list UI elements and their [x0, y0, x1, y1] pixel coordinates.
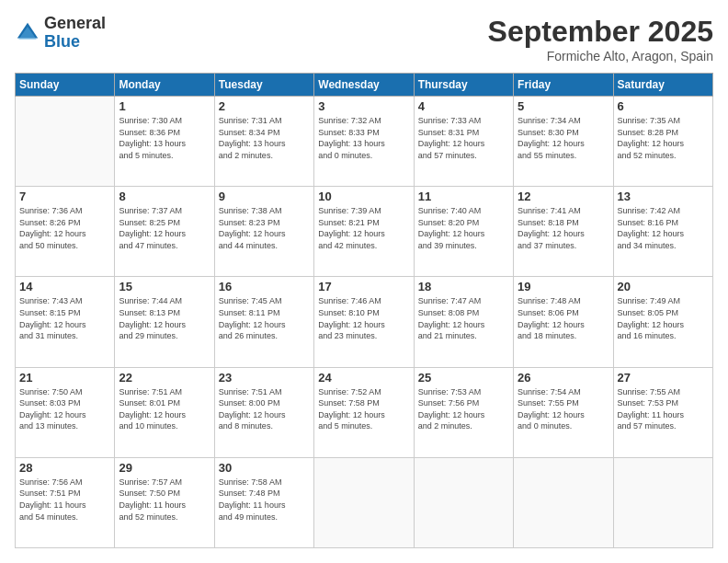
day-info: Sunrise: 7:35 AM Sunset: 8:28 PM Dayligh…: [618, 115, 709, 161]
day-cell: 18Sunrise: 7:47 AM Sunset: 8:08 PM Dayli…: [414, 277, 513, 367]
day-cell: [514, 457, 613, 547]
day-info: Sunrise: 7:54 AM Sunset: 7:55 PM Dayligh…: [518, 386, 609, 432]
day-cell: 1Sunrise: 7:30 AM Sunset: 8:36 PM Daylig…: [115, 97, 214, 187]
day-cell: 26Sunrise: 7:54 AM Sunset: 7:55 PM Dayli…: [514, 367, 613, 457]
day-cell: 29Sunrise: 7:57 AM Sunset: 7:50 PM Dayli…: [115, 457, 214, 547]
day-info: Sunrise: 7:30 AM Sunset: 8:36 PM Dayligh…: [119, 115, 210, 161]
day-info: Sunrise: 7:48 AM Sunset: 8:06 PM Dayligh…: [518, 295, 609, 341]
day-number: 13: [618, 190, 709, 203]
day-number: 9: [219, 190, 310, 203]
day-number: 2: [219, 99, 310, 113]
day-cell: 23Sunrise: 7:51 AM Sunset: 8:00 PM Dayli…: [214, 367, 313, 457]
day-cell: 25Sunrise: 7:53 AM Sunset: 7:56 PM Dayli…: [414, 367, 513, 457]
day-number: 19: [518, 280, 609, 293]
day-header-thursday: Thursday: [414, 74, 513, 97]
day-header-monday: Monday: [115, 74, 214, 97]
logo-icon: [15, 20, 40, 46]
day-cell: 30Sunrise: 7:58 AM Sunset: 7:48 PM Dayli…: [214, 457, 313, 547]
week-row-2: 14Sunrise: 7:43 AM Sunset: 8:15 PM Dayli…: [16, 277, 713, 367]
day-info: Sunrise: 7:44 AM Sunset: 8:13 PM Dayligh…: [119, 295, 210, 341]
day-info: Sunrise: 7:40 AM Sunset: 8:20 PM Dayligh…: [418, 205, 509, 251]
day-info: Sunrise: 7:46 AM Sunset: 8:10 PM Dayligh…: [318, 295, 409, 341]
day-cell: 24Sunrise: 7:52 AM Sunset: 7:58 PM Dayli…: [314, 367, 414, 457]
calendar-body: 1Sunrise: 7:30 AM Sunset: 8:36 PM Daylig…: [16, 97, 713, 548]
day-cell: [16, 97, 115, 187]
day-cell: 11Sunrise: 7:40 AM Sunset: 8:20 PM Dayli…: [414, 187, 513, 277]
day-number: 23: [219, 371, 310, 385]
day-cell: 5Sunrise: 7:34 AM Sunset: 8:30 PM Daylig…: [514, 97, 613, 187]
day-number: 18: [418, 280, 509, 293]
day-info: Sunrise: 7:55 AM Sunset: 7:53 PM Dayligh…: [618, 386, 709, 432]
week-row-3: 21Sunrise: 7:50 AM Sunset: 8:03 PM Dayli…: [16, 367, 713, 457]
page: General Blue September 2025 Formiche Alt…: [0, 0, 728, 563]
week-row-4: 28Sunrise: 7:56 AM Sunset: 7:51 PM Dayli…: [16, 457, 713, 547]
day-number: 7: [19, 190, 110, 203]
day-info: Sunrise: 7:47 AM Sunset: 8:08 PM Dayligh…: [418, 295, 509, 341]
day-cell: 16Sunrise: 7:45 AM Sunset: 8:11 PM Dayli…: [214, 277, 313, 367]
day-info: Sunrise: 7:50 AM Sunset: 8:03 PM Dayligh…: [19, 386, 110, 432]
day-cell: 12Sunrise: 7:41 AM Sunset: 8:18 PM Dayli…: [514, 187, 613, 277]
day-cell: 2Sunrise: 7:31 AM Sunset: 8:34 PM Daylig…: [214, 97, 313, 187]
day-info: Sunrise: 7:45 AM Sunset: 8:11 PM Dayligh…: [219, 295, 310, 341]
title-block: September 2025 Formiche Alto, Aragon, Sp…: [488, 15, 713, 63]
day-header-wednesday: Wednesday: [314, 74, 414, 97]
day-info: Sunrise: 7:56 AM Sunset: 7:51 PM Dayligh…: [19, 477, 110, 523]
day-number: 20: [618, 280, 709, 293]
day-number: 14: [19, 280, 110, 293]
day-cell: 10Sunrise: 7:39 AM Sunset: 8:21 PM Dayli…: [314, 187, 414, 277]
day-number: 24: [318, 371, 409, 385]
day-cell: 20Sunrise: 7:49 AM Sunset: 8:05 PM Dayli…: [613, 277, 712, 367]
day-cell: 28Sunrise: 7:56 AM Sunset: 7:51 PM Dayli…: [16, 457, 115, 547]
day-cell: 7Sunrise: 7:36 AM Sunset: 8:26 PM Daylig…: [16, 187, 115, 277]
day-info: Sunrise: 7:57 AM Sunset: 7:50 PM Dayligh…: [119, 477, 210, 523]
day-number: 29: [119, 461, 210, 475]
day-info: Sunrise: 7:36 AM Sunset: 8:26 PM Dayligh…: [19, 205, 110, 251]
day-number: 28: [19, 461, 110, 475]
day-header-tuesday: Tuesday: [214, 74, 313, 97]
day-cell: [613, 457, 712, 547]
day-cell: 17Sunrise: 7:46 AM Sunset: 8:10 PM Dayli…: [314, 277, 414, 367]
day-number: 1: [119, 99, 210, 113]
day-cell: 27Sunrise: 7:55 AM Sunset: 7:53 PM Dayli…: [613, 367, 712, 457]
logo-blue: Blue: [44, 33, 106, 52]
day-info: Sunrise: 7:38 AM Sunset: 8:23 PM Dayligh…: [219, 205, 310, 251]
day-cell: [414, 457, 513, 547]
day-number: 16: [219, 280, 310, 293]
day-cell: 14Sunrise: 7:43 AM Sunset: 8:15 PM Dayli…: [16, 277, 115, 367]
month-title: September 2025: [488, 15, 713, 49]
day-number: 12: [518, 190, 609, 203]
day-header-sunday: Sunday: [16, 74, 115, 97]
day-number: 21: [19, 371, 110, 385]
day-number: 27: [618, 371, 709, 385]
day-number: 3: [318, 99, 409, 113]
day-header-saturday: Saturday: [613, 74, 712, 97]
day-number: 25: [418, 371, 509, 385]
day-number: 22: [119, 371, 210, 385]
day-info: Sunrise: 7:31 AM Sunset: 8:34 PM Dayligh…: [219, 115, 310, 161]
day-cell: 6Sunrise: 7:35 AM Sunset: 8:28 PM Daylig…: [613, 97, 712, 187]
day-cell: 3Sunrise: 7:32 AM Sunset: 8:33 PM Daylig…: [314, 97, 414, 187]
calendar-header: SundayMondayTuesdayWednesdayThursdayFrid…: [16, 74, 713, 97]
day-info: Sunrise: 7:51 AM Sunset: 8:00 PM Dayligh…: [219, 386, 310, 432]
day-cell: 22Sunrise: 7:51 AM Sunset: 8:01 PM Dayli…: [115, 367, 214, 457]
day-cell: 21Sunrise: 7:50 AM Sunset: 8:03 PM Dayli…: [16, 367, 115, 457]
day-cell: 9Sunrise: 7:38 AM Sunset: 8:23 PM Daylig…: [214, 187, 313, 277]
day-number: 17: [318, 280, 409, 293]
subtitle: Formiche Alto, Aragon, Spain: [488, 49, 713, 63]
day-number: 8: [119, 190, 210, 203]
day-cell: 4Sunrise: 7:33 AM Sunset: 8:31 PM Daylig…: [414, 97, 513, 187]
day-number: 15: [119, 280, 210, 293]
day-number: 11: [418, 190, 509, 203]
day-info: Sunrise: 7:51 AM Sunset: 8:01 PM Dayligh…: [119, 386, 210, 432]
day-info: Sunrise: 7:41 AM Sunset: 8:18 PM Dayligh…: [518, 205, 609, 251]
calendar-table: SundayMondayTuesdayWednesdayThursdayFrid…: [15, 73, 713, 548]
day-info: Sunrise: 7:32 AM Sunset: 8:33 PM Dayligh…: [318, 115, 409, 161]
day-info: Sunrise: 7:49 AM Sunset: 8:05 PM Dayligh…: [618, 295, 709, 341]
week-row-0: 1Sunrise: 7:30 AM Sunset: 8:36 PM Daylig…: [16, 97, 713, 187]
logo-text: General Blue: [44, 15, 106, 52]
day-number: 5: [518, 99, 609, 113]
logo-general: General: [44, 15, 106, 33]
day-info: Sunrise: 7:37 AM Sunset: 8:25 PM Dayligh…: [119, 205, 210, 251]
day-cell: 15Sunrise: 7:44 AM Sunset: 8:13 PM Dayli…: [115, 277, 214, 367]
day-number: 6: [618, 99, 709, 113]
